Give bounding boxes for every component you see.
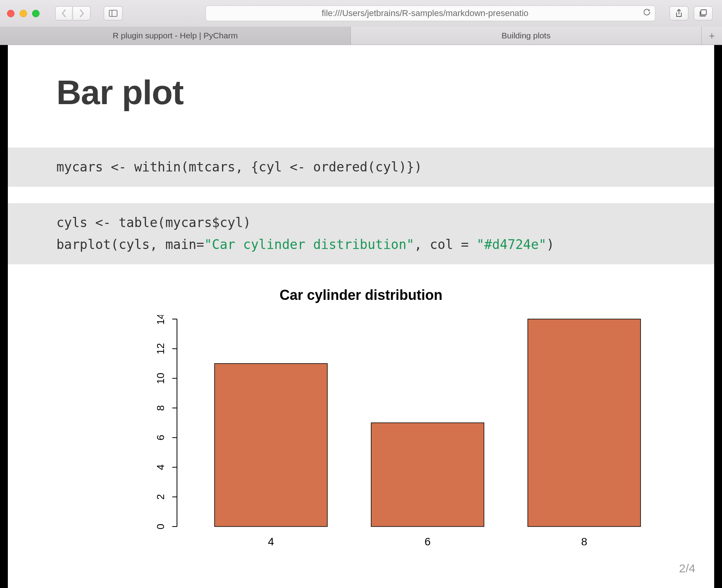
document-viewport: Bar plot mycars <- within(mtcars, {cyl <… [0,45,722,588]
tab-label: R plugin support - Help | PyCharm [113,31,238,40]
y-tick-label: 12 [155,343,166,355]
new-tab-button[interactable]: + [702,27,722,45]
toolbar-right [670,6,713,20]
back-button[interactable] [55,6,72,20]
y-tick-label: 14 [155,315,166,325]
window-controls [7,10,40,17]
share-icon [675,9,683,18]
chevron-right-icon [79,9,85,17]
y-tick-label: 0 [155,524,166,529]
url-bar[interactable]: file:///Users/jetbrains/R-samples/markdo… [206,5,655,21]
reload-button[interactable] [643,8,651,19]
tabs-button[interactable] [694,6,713,20]
bar [528,319,641,527]
y-tick-label: 4 [155,465,166,470]
x-tick-label: 8 [581,536,587,548]
bar [215,364,327,527]
code-text: mycars <- within(mtcars, {cyl <- ordered… [56,159,422,175]
code-string: "Car cylinder distribution" [204,237,414,252]
tab-r-plugin-support[interactable]: R plugin support - Help | PyCharm [0,27,351,45]
tabs-icon [699,9,708,17]
y-tick-label: 6 [155,435,166,440]
code-text: ) [547,237,554,252]
x-tick-label: 6 [424,536,431,548]
code-text: , col = [414,237,477,252]
reload-icon [643,8,651,16]
chart: Car cylinder distribution 02468101214468 [8,287,714,558]
sidebar-toggle-button[interactable] [104,6,123,20]
svg-rect-2 [701,10,706,15]
plus-icon: + [709,30,715,42]
slide-page: Bar plot mycars <- within(mtcars, {cyl <… [8,45,714,588]
chart-title: Car cylinder distribution [280,287,442,303]
url-text: file:///Users/jetbrains/R-samples/markdo… [321,8,528,18]
chevron-left-icon [61,9,67,17]
forward-button[interactable] [73,6,90,20]
share-button[interactable] [670,6,688,20]
browser-chrome: file:///Users/jetbrains/R-samples/markdo… [0,0,722,45]
bar-chart: 02468101214468 [71,315,651,558]
nav-buttons [55,6,90,20]
svg-rect-0 [109,10,117,16]
code-block-1: mycars <- within(mtcars, {cyl <- ordered… [8,148,714,187]
y-tick-label: 2 [155,494,166,500]
page-title: Bar plot [56,72,714,112]
titlebar: file:///Users/jetbrains/R-samples/markdo… [0,0,722,27]
page-number: 2/4 [679,562,695,575]
minimize-window-button[interactable] [20,10,27,17]
y-tick-label: 8 [155,405,166,411]
x-tick-label: 4 [268,536,274,548]
maximize-window-button[interactable] [32,10,40,17]
bar [371,423,484,527]
code-block-2: cyls <- table(mycars$cyl) barplot(cyls, … [8,203,714,264]
tab-bar: R plugin support - Help | PyCharm Buildi… [0,27,722,45]
code-string: "#d4724e" [477,237,547,252]
close-window-button[interactable] [7,10,14,17]
tab-building-plots[interactable]: Building plots [351,27,702,45]
tab-label: Building plots [502,31,551,40]
y-tick-label: 10 [155,373,166,384]
sidebar-icon [109,10,117,17]
